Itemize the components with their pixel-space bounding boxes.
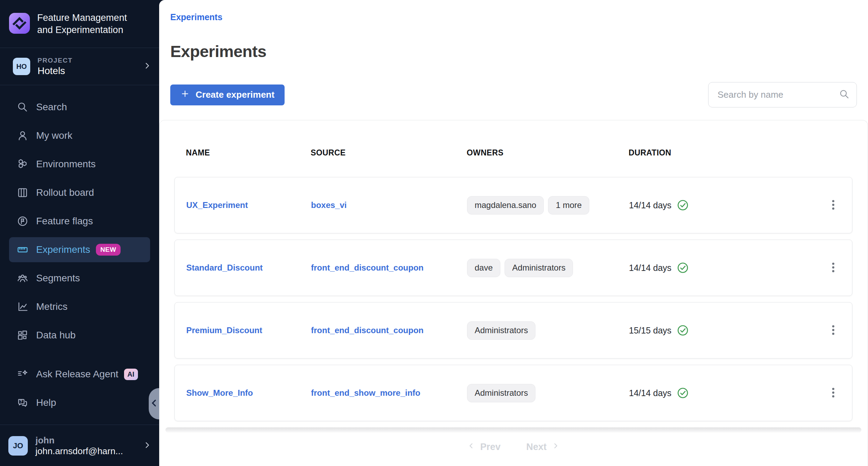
source-link[interactable]: front_end_discount_coupon — [311, 326, 424, 335]
user-menu[interactable]: JO john john.arnsdorf@harn... — [0, 425, 159, 466]
owners-cell: Administrators — [467, 384, 629, 402]
create-experiment-button[interactable]: Create experiment — [170, 85, 285, 105]
avatar: JO — [8, 436, 28, 456]
app-window: Feature Management and Experimentation H… — [0, 0, 868, 466]
table-row: Standard_Discountfront_end_discount_coup… — [174, 240, 852, 296]
page-title: Experiments — [170, 42, 857, 61]
plus-icon — [180, 89, 190, 101]
kebab-icon — [826, 198, 840, 213]
kebab-icon — [826, 260, 840, 275]
chevron-right-icon — [551, 442, 560, 452]
status-complete-icon — [677, 262, 689, 274]
owner-chip[interactable]: magdalena.sano — [467, 196, 544, 215]
table-row: Premium_Discountfront_end_discount_coupo… — [174, 302, 852, 359]
experiment-name-link[interactable]: Standard_Discount — [186, 263, 263, 272]
segments-icon — [17, 272, 28, 284]
search-box — [708, 82, 857, 107]
sparkle-icon — [17, 368, 28, 380]
brand: Feature Management and Experimentation — [0, 0, 159, 48]
sidebar-item-metrics[interactable]: Metrics — [0, 292, 159, 321]
duration-cell: 14/14 days — [629, 262, 810, 274]
sidebar-item-experiments[interactable]: ExperimentsNEW — [9, 237, 150, 262]
sidebar-item-environments[interactable]: Environments — [0, 150, 159, 178]
toolbar: Create experiment — [170, 82, 857, 108]
duration-cell: 14/14 days — [629, 199, 810, 211]
sidebar-nav: SearchMy workEnvironmentsRollout boardFe… — [0, 85, 159, 417]
duration-text: 14/14 days — [629, 263, 671, 273]
app-logo-icon — [8, 12, 31, 36]
row-menu-button[interactable] — [825, 322, 842, 339]
pagination-next-button[interactable]: Next — [526, 442, 560, 452]
rollout-board-icon — [17, 187, 28, 199]
source-link[interactable]: front_end_show_more_info — [311, 388, 420, 397]
kebab-icon — [826, 323, 840, 338]
source-link[interactable]: boxes_vi — [311, 200, 347, 210]
search-icon — [17, 101, 28, 113]
chevron-left-icon — [151, 399, 157, 408]
main-content: Experiments Experiments Create experimen… — [159, 0, 868, 466]
experiment-name-link[interactable]: Show_More_Info — [186, 388, 253, 397]
source-link[interactable]: front_end_discount_coupon — [311, 263, 424, 272]
sidebar-item-ask-release-agent[interactable]: Ask Release AgentAI — [0, 360, 159, 388]
column-header-owners: OWNERS — [467, 148, 629, 158]
owners-cell: daveAdministrators — [467, 259, 629, 277]
user-icon — [17, 130, 28, 142]
new-badge: NEW — [96, 244, 121, 256]
chevron-left-icon — [467, 442, 475, 452]
status-complete-icon — [677, 199, 689, 211]
sidebar: Feature Management and Experimentation H… — [0, 0, 159, 466]
app-title: Feature Management and Experimentation — [37, 12, 127, 36]
row-menu-button[interactable] — [825, 259, 842, 277]
owner-chip[interactable]: Administrators — [505, 259, 573, 277]
breadcrumb-experiments-link[interactable]: Experiments — [170, 12, 222, 22]
sidebar-item-segments[interactable]: Segments — [0, 264, 159, 292]
help-icon: ? — [17, 397, 28, 409]
status-complete-icon — [677, 387, 689, 399]
sidebar-item-search[interactable]: Search — [0, 93, 159, 121]
owner-chip[interactable]: Administrators — [467, 384, 535, 402]
breadcrumb: Experiments — [170, 12, 857, 23]
owner-chip[interactable]: 1 more — [548, 196, 589, 215]
pagination: Prev Next — [174, 442, 852, 452]
owner-chip[interactable]: dave — [467, 259, 500, 277]
row-menu-button[interactable] — [825, 384, 842, 402]
column-header-name: NAME — [186, 148, 311, 158]
sidebar-item-my-work[interactable]: My work — [0, 121, 159, 150]
table-row: Show_More_Infofront_end_show_more_infoAd… — [174, 365, 852, 421]
chevron-right-icon — [142, 440, 152, 451]
pagination-prev-button[interactable]: Prev — [467, 442, 501, 452]
owners-cell: magdalena.sano1 more — [467, 196, 629, 215]
duration-cell: 14/14 days — [629, 387, 810, 399]
kebab-icon — [826, 386, 840, 401]
search-input[interactable] — [708, 82, 857, 107]
experiment-name-link[interactable]: UX_Experiment — [186, 200, 248, 210]
ruler-icon — [17, 244, 28, 256]
experiments-panel: NAME SOURCE OWNERS DURATION UX_Experimen… — [159, 120, 868, 466]
column-header-duration: DURATION — [629, 148, 809, 158]
chevron-right-icon — [142, 61, 152, 72]
column-header-source: SOURCE — [311, 148, 467, 158]
row-menu-button[interactable] — [825, 196, 842, 214]
sidebar-collapse-handle[interactable] — [149, 388, 159, 419]
sidebar-item-feature-flags[interactable]: Feature flags — [0, 207, 159, 235]
sidebar-item-help[interactable]: ?Help — [0, 388, 159, 417]
table-header: NAME SOURCE OWNERS DURATION — [174, 120, 852, 177]
status-complete-icon — [677, 324, 689, 337]
experiment-name-link[interactable]: Premium_Discount — [186, 326, 262, 335]
data-hub-icon — [17, 329, 28, 341]
duration-text: 14/14 days — [629, 200, 671, 210]
duration-cell: 15/15 days — [629, 324, 810, 337]
owners-cell: Administrators — [467, 321, 629, 340]
metrics-icon — [17, 301, 28, 313]
duration-text: 14/14 days — [629, 388, 671, 398]
sidebar-item-rollout-board[interactable]: Rollout board — [0, 178, 159, 207]
user-name: john — [35, 435, 123, 446]
sidebar-item-data-hub[interactable]: Data hub — [0, 321, 159, 350]
project-selector[interactable]: HO PROJECT Hotels — [0, 48, 159, 85]
horizontal-scrollbar[interactable] — [165, 427, 861, 433]
owner-chip[interactable]: Administrators — [467, 321, 535, 340]
experiments-list: UX_Experimentboxes_vimagdalena.sano1 mor… — [174, 177, 852, 421]
user-email: john.arnsdorf@harn... — [35, 446, 123, 457]
table-row: UX_Experimentboxes_vimagdalena.sano1 mor… — [174, 177, 852, 233]
project-badge: HO — [13, 58, 30, 75]
